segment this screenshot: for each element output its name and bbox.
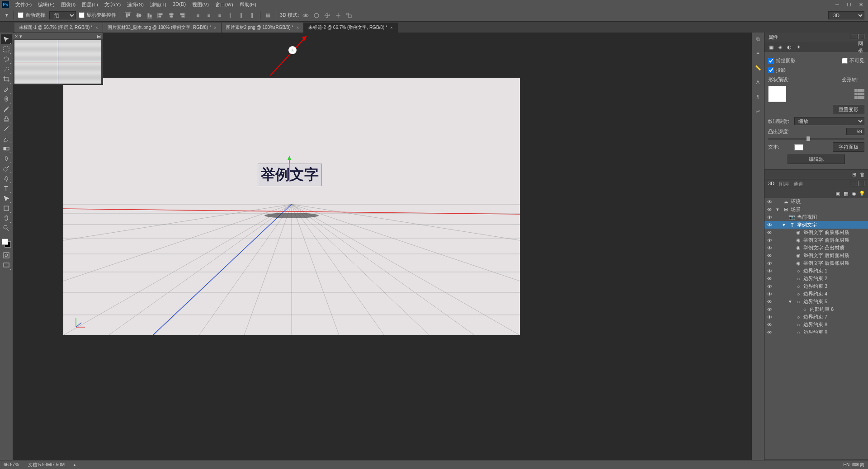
visibility-icon[interactable]: 👁 — [766, 314, 773, 320]
screenmode-icon[interactable] — [1, 260, 12, 270]
menu-select[interactable]: 选择(S) — [124, 0, 146, 9]
distribute-bottom-icon[interactable]: ≡ — [216, 11, 224, 19]
blur-tool[interactable] — [1, 154, 12, 164]
tab-doc-2[interactable]: 图片素材03_副本.png @ 100% (举例文字, RGB/8) *× — [103, 23, 222, 33]
channels-tab[interactable]: 通道 — [793, 181, 803, 188]
tree-item[interactable]: 👁◉举例文字 凸出材质 — [764, 244, 868, 252]
filter-material-icon[interactable]: ◉ — [851, 190, 857, 197]
prop-footer-trash-icon[interactable]: 🗑 — [859, 171, 865, 178]
tree-item[interactable]: 👁○边界约束 8 — [764, 321, 868, 328]
tree-item[interactable]: 👁◉举例文字 前膨胀材质 — [764, 229, 868, 236]
visibility-icon[interactable]: 👁 — [766, 199, 773, 205]
filter-scene-icon[interactable]: ▣ — [835, 190, 841, 197]
panel-menu-icon[interactable] — [858, 34, 864, 39]
auto-select-dropdown[interactable]: 组 — [49, 11, 76, 19]
tab-doc-3[interactable]: 图片素材2.png @ 100%(RGB/8) *× — [222, 23, 304, 33]
shape-tool[interactable] — [1, 203, 12, 213]
prop-cap-icon[interactable]: ◐ — [786, 44, 793, 50]
visibility-icon[interactable]: 👁 — [766, 322, 773, 328]
panel-menu-icon[interactable] — [858, 181, 864, 186]
visibility-icon[interactable]: 👁 — [766, 276, 773, 281]
menu-text[interactable]: 文字(Y) — [102, 0, 124, 9]
quickmask-icon[interactable] — [1, 250, 12, 260]
visibility-icon[interactable]: 👁 — [766, 253, 773, 258]
foreground-color[interactable] — [2, 239, 8, 245]
visibility-icon[interactable]: 👁 — [766, 291, 773, 297]
extrude-depth-input[interactable] — [846, 128, 864, 135]
menu-filter[interactable]: 滤镜(T) — [147, 0, 169, 9]
heal-tool[interactable] — [1, 94, 12, 104]
extrude-depth-slider[interactable] — [768, 138, 864, 140]
char-panel-button[interactable]: 字符面板 — [833, 142, 864, 152]
gradient-tool[interactable] — [1, 144, 12, 154]
menu-layer[interactable]: 图层(L) — [79, 0, 100, 9]
panel-collapse-icon[interactable] — [851, 181, 857, 186]
distribute-top-icon[interactable]: ≡ — [194, 11, 202, 19]
canvas-area[interactable]: ×▾ ⊟ ☀ — [13, 33, 751, 460]
tree-item[interactable]: 👁▾⊞场景 — [764, 206, 868, 213]
tree-item[interactable]: 👁▾T举例文字 — [764, 221, 868, 229]
3d-scale-icon[interactable] — [345, 11, 353, 19]
menu-view[interactable]: 视图(V) — [189, 0, 212, 9]
eyedropper-tool[interactable] — [1, 84, 12, 94]
distribute-left-icon[interactable]: ‖ — [226, 11, 235, 19]
doc-size[interactable]: 文档:5.93M/7.50M — [28, 462, 65, 468]
visibility-icon[interactable]: 👁 — [766, 238, 773, 243]
menu-help[interactable]: 帮助(H) — [237, 0, 259, 9]
minimize-button[interactable]: ─ — [832, 1, 843, 8]
maximize-button[interactable]: ☐ — [844, 1, 854, 8]
prop-footer-render-icon[interactable]: ⊞ — [851, 171, 857, 178]
panel-collapse-icon[interactable] — [851, 34, 857, 39]
3d-pan-icon[interactable] — [323, 11, 331, 19]
edit-source-button[interactable]: 编辑源 — [788, 155, 845, 164]
tree-item[interactable]: 👁○边界约束 3 — [764, 282, 868, 290]
deform-axis-grid[interactable] — [854, 89, 864, 99]
stamp-tool[interactable] — [1, 114, 12, 124]
ime-mode[interactable]: ⌨ 简 — [852, 462, 864, 468]
dock-character-icon[interactable]: A — [754, 79, 763, 86]
filter-mesh-icon[interactable]: ▦ — [843, 190, 849, 197]
hand-tool[interactable] — [1, 213, 12, 223]
visibility-icon[interactable]: 👁 — [766, 215, 773, 220]
visibility-icon[interactable]: 👁 — [766, 307, 773, 312]
filter-light-icon[interactable]: 💡 — [859, 190, 865, 197]
prop-mesh-icon[interactable]: ▣ — [768, 44, 774, 50]
tree-item[interactable]: 👁○边界约束 1 — [764, 267, 868, 275]
dock-3d-icon[interactable]: ⧉ — [754, 35, 763, 42]
menu-edit[interactable]: 编辑(E) — [35, 0, 57, 9]
workspace-dropdown[interactable]: 3D — [828, 11, 864, 19]
close-icon[interactable]: × — [296, 25, 299, 30]
menu-3d[interactable]: 3D(D) — [170, 0, 189, 9]
align-hcenter-icon[interactable] — [167, 11, 175, 19]
visibility-icon[interactable]: 👁 — [766, 284, 773, 289]
auto-select-checkbox[interactable]: 自动选择: — [18, 12, 47, 19]
tree-item[interactable]: 👁▾○边界约束 5 — [764, 298, 868, 305]
expand-icon[interactable]: ▾ — [776, 206, 781, 212]
auto-align-icon[interactable]: ▦ — [264, 11, 272, 19]
brush-tool[interactable] — [1, 104, 12, 114]
visibility-icon[interactable]: 👁 — [766, 245, 773, 251]
lasso-tool[interactable] — [1, 54, 12, 64]
text-color-swatch[interactable] — [794, 144, 803, 150]
ime-indicator[interactable]: EN — [843, 462, 849, 467]
align-vcenter-icon[interactable] — [135, 11, 143, 19]
align-right-icon[interactable] — [178, 11, 186, 19]
visibility-icon[interactable]: 👁 — [766, 207, 773, 212]
fgbg-colors[interactable] — [2, 239, 11, 248]
dock-paragraph-icon[interactable]: ¶ — [754, 93, 763, 100]
tree-item[interactable]: 👁◉举例文字 后膨胀材质 — [764, 259, 868, 267]
distribute-hcenter-icon[interactable]: ‖ — [237, 11, 245, 19]
layers-tab[interactable]: 图层 — [779, 181, 789, 188]
menu-image[interactable]: 图像(I) — [58, 0, 78, 9]
eraser-tool[interactable] — [1, 134, 12, 144]
visibility-icon[interactable]: 👁 — [766, 222, 773, 228]
tree-item[interactable]: 👁📷当前视图 — [764, 213, 868, 221]
nav-collapse-icon[interactable]: ⊟ — [97, 33, 101, 39]
dock-adjustments-icon[interactable]: ✂ — [754, 108, 763, 115]
tree-item[interactable]: 👁○边界约束 2 — [764, 275, 868, 282]
3d-text-mesh[interactable]: 举例文字 — [258, 164, 322, 186]
expand-icon[interactable]: ▾ — [789, 299, 793, 305]
3d-tab[interactable]: 3D — [768, 181, 774, 188]
3d-roll-icon[interactable] — [312, 11, 321, 19]
reset-deform-button[interactable]: 重置变形 — [833, 105, 864, 114]
